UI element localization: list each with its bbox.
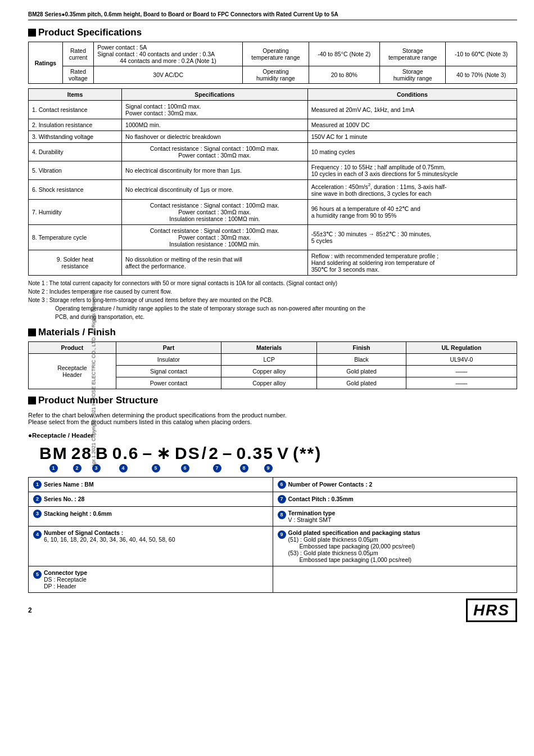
item-6-label: 6. Shock resistance (29, 180, 122, 200)
circle-9-group: 9 (254, 464, 282, 472)
hrs-logo-area: HRS (466, 598, 517, 622)
pn-bm: BM (39, 444, 68, 463)
mat-col-product: Product (29, 341, 116, 353)
footer: 2 HRS (28, 598, 517, 622)
note-1: Note 1 : The total current capacity for … (28, 279, 517, 287)
item-3-spec: No flashover or dielectric breakdown (122, 131, 308, 143)
legend-cell-3-left: 3 Stacking height : 0.6mm (29, 506, 273, 526)
pn-2: 2 (209, 444, 219, 463)
legend-circle-4: 4 (33, 530, 42, 539)
circle-9: 9 (264, 464, 273, 472)
circle-5-group: 5 (142, 464, 170, 472)
pn-06: 0.6 (112, 444, 139, 463)
legend-cell-3-right: 8 Termination typeV : Straight SMT (273, 506, 517, 526)
circle-1-group: 1 (40, 464, 66, 472)
legend-cell-2-right: 7 Contact Pitch : 0.35mm (273, 492, 517, 506)
col-conditions: Conditions (307, 89, 517, 101)
legend-circle-3: 3 (33, 510, 42, 518)
mat-col-finish: Finish (317, 341, 406, 353)
pns-intro2: Please select from the product numbers l… (28, 418, 517, 425)
section-marker-2 (28, 328, 36, 336)
legend-cell-4-left: 4 Number of Signal Contacts :6, 10, 16, … (29, 526, 273, 566)
legend-cell-1-left: 1 Series Name : BM (29, 477, 273, 492)
legend-9-content: Gold plated specification and packaging … (288, 529, 420, 563)
item-6-cond: Acceleration : 450m/s2, duration : 11ms,… (307, 180, 517, 200)
item-9-cond: Reflow : with recommended temperature pr… (307, 250, 517, 275)
legend-cell-4-right: 9 Gold plated specification and packagin… (273, 526, 517, 566)
materials-section-title: Materials / Finish (28, 327, 517, 338)
page-number: 2 (28, 606, 32, 614)
table-row: 7. Humidity Contact resistance : Signal … (29, 199, 517, 224)
sidebar-copyright: Apr.1.2021 Copyright 2021 HIROSE ELECTRI… (90, 289, 96, 467)
pn-b: B (96, 444, 109, 463)
circle-8-group: 8 (234, 464, 254, 472)
circle-4-group: 4 (105, 464, 142, 472)
item-8-spec: Contact resistance : Signal contact : 10… (122, 224, 308, 250)
legend-circle-6: 6 (278, 480, 286, 489)
legend-2-title: Series No. : 28 (44, 496, 84, 502)
rated-current-value: Power contact : 5A Signal contact : 40 c… (94, 42, 243, 66)
notes-section: Note 1 : The total current capacity for … (28, 279, 517, 321)
rated-voltage-label: Ratedvoltage (62, 66, 93, 84)
rated-current-label: Ratedcurrent (62, 42, 93, 66)
item-1-cond: Measured at 20mV AC, 1kHz, and 1mA (307, 101, 517, 119)
product-specs-title: Product Specifications (28, 27, 517, 38)
header-title: BM28 Series●0.35mm pitch, 0.6mm height, … (28, 11, 338, 17)
note-2: Note 2 : Includes temperature rise cause… (28, 287, 517, 296)
table-row: 3. Withstanding voltage No flashover or … (29, 131, 517, 143)
item-4-label: 4. Durability (29, 143, 122, 161)
pn-slash: / (202, 444, 207, 463)
circle-6-group: 6 (170, 464, 200, 472)
legend-circle-2: 2 (33, 495, 42, 503)
mat-ul-signal: —— (406, 365, 517, 377)
legend-circle-1: 1 (33, 480, 42, 489)
op-temp-value: -40 to 85°C (Note 2) (309, 42, 379, 66)
item-8-label: 8. Temperature cycle (29, 224, 122, 250)
item-4-cond: 10 mating cycles (307, 143, 517, 161)
legend-8-content: Termination typeV : Straight SMT (288, 510, 336, 523)
legend-6-title: Number of Power Contacts : 2 (288, 481, 373, 488)
pn-v: V (277, 444, 289, 463)
pn-formula-area: BM 28 B 0.6 – ∗ DS / 2 – 0.35 V (**) 1 (39, 443, 517, 472)
circle-8: 8 (240, 464, 248, 472)
pns-section: Refer to the chart below when determinin… (28, 412, 517, 593)
item-3-cond: 150V AC for 1 minute (307, 131, 517, 143)
pn-035: 0.35 (237, 444, 274, 463)
item-2-spec: 1000MΩ min. (122, 119, 308, 131)
circle-7: 7 (213, 464, 221, 472)
legend-7-title: Contact Pitch : 0.35mm (288, 496, 354, 502)
note-3b: Operating temperature / humidity range a… (28, 304, 517, 313)
hrs-logo: HRS (466, 598, 517, 622)
legend-5-content: Connector typeDS : ReceptacleDP : Header (44, 569, 87, 590)
mat-mat-signal: Copper alloy (221, 365, 317, 377)
mat-part-insulator: Insulator (116, 353, 221, 365)
legend-circle-8: 8 (278, 511, 286, 519)
note-3a: Note 3 : Storage refers to long-term-sto… (28, 296, 517, 304)
table-row: 4. Durability Contact resistance : Signa… (29, 143, 517, 161)
legend-row-3: 3 Stacking height : 0.6mm 8 Termination … (29, 506, 517, 526)
pn-ds: DS (175, 444, 201, 463)
item-7-cond: 96 hours at a temperature of 40 ±2℃ anda… (307, 199, 517, 224)
pn-28: 28 (71, 444, 92, 463)
legend-cell-2-left: 2 Series No. : 28 (29, 492, 273, 506)
col-items: Items (29, 89, 122, 101)
legend-circle-5: 5 (33, 570, 42, 579)
mat-col-ul: UL Regulation (406, 341, 517, 353)
table-row: 6. Shock resistance No electrical discon… (29, 180, 517, 200)
legend-3-title: Stacking height : 0.6mm (44, 510, 112, 517)
op-humid-label: Operatinghumidity range (243, 66, 309, 84)
mat-col-part: Part (116, 341, 221, 353)
legend-cell-5-left: 5 Connector typeDS : ReceptacleDP : Head… (29, 566, 273, 592)
mat-mat-insulator: LCP (221, 353, 317, 365)
mat-col-materials: Materials (221, 341, 317, 353)
pn-formula: BM 28 B 0.6 – ∗ DS / 2 – 0.35 V (**) (39, 443, 517, 463)
legend-4-content: Number of Signal Contacts :6, 10, 16, 18… (44, 529, 175, 543)
pns-section-title: Product Number Structure (28, 395, 517, 406)
mat-finish-insulator: Black (317, 353, 406, 365)
mat-finish-power: Gold plated (317, 377, 406, 389)
item-2-cond: Measured at 100V DC (307, 119, 517, 131)
storage-humid-label: Storagehumidity range (379, 66, 445, 84)
op-humid-value: 20 to 80% (309, 66, 379, 84)
item-1-spec: Signal contact : 100mΩ max.Power contact… (122, 101, 308, 119)
legend-circle-7: 7 (278, 495, 286, 503)
